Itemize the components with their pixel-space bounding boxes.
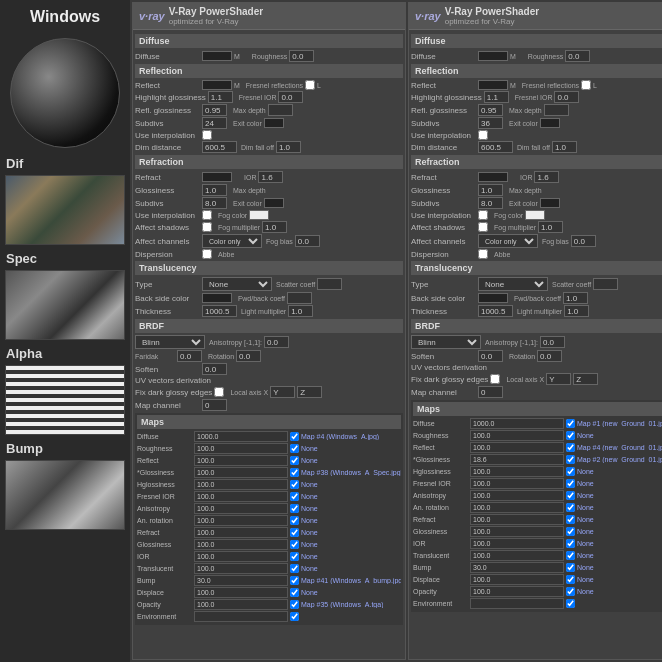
map-val-5[interactable]: [194, 491, 288, 502]
p2-map-val-9[interactable]: [470, 526, 564, 537]
panel2-refract-swatch[interactable]: [478, 172, 508, 182]
panel1-thickness-input[interactable]: [202, 305, 237, 317]
panel1-useinterp-check[interactable]: [202, 130, 212, 140]
panel2-exitcolor-swatch[interactable]: [540, 118, 560, 128]
p2-map-check-7[interactable]: [566, 503, 575, 512]
panel1-rotation-input[interactable]: [236, 350, 261, 362]
panel2-rotation-input[interactable]: [537, 350, 562, 362]
panel1-hlgloss-input[interactable]: [208, 91, 233, 103]
map-check-14[interactable]: [290, 600, 299, 609]
p2-map-val-13[interactable]: [470, 574, 564, 585]
panel1-mapchan-input[interactable]: [202, 399, 227, 411]
panel1-refract-swatch[interactable]: [202, 172, 232, 182]
p2-map-val-8[interactable]: [470, 514, 564, 525]
p2-map-val-7[interactable]: [470, 502, 564, 513]
panel1-localaxis-z-input[interactable]: [297, 386, 322, 398]
panel2-fresnelior-input[interactable]: [554, 91, 579, 103]
panel1-fixedges-check[interactable]: [214, 387, 224, 397]
panel2-fogcolor-swatch[interactable]: [525, 210, 545, 220]
p2-map-check-3[interactable]: [566, 455, 575, 464]
map-check-9[interactable]: [290, 540, 299, 549]
panel2-brdf-section[interactable]: BRDF: [411, 319, 662, 333]
panel2-dimfall-input[interactable]: [552, 141, 577, 153]
p2-map-val-3[interactable]: [470, 454, 564, 465]
panel1-subdivs-input[interactable]: [202, 117, 227, 129]
p2-map-val-14[interactable]: [470, 586, 564, 597]
panel1-fresnelior-input[interactable]: [278, 91, 303, 103]
panel1-brdf-section[interactable]: BRDF: [135, 319, 403, 333]
panel1-refractexitcolor-swatch[interactable]: [264, 198, 284, 208]
panel2-reflgloss-input[interactable]: [478, 104, 503, 116]
panel1-refraction-section[interactable]: Refraction: [135, 155, 403, 169]
map-val-1[interactable]: [194, 443, 288, 454]
map-val-7[interactable]: [194, 515, 288, 526]
panel2-translucency-section[interactable]: Translucency: [411, 261, 662, 275]
panel1-brdftype-select[interactable]: Blinn: [135, 335, 205, 349]
p2-map-val-4[interactable]: [470, 466, 564, 477]
panel2-thickness-input[interactable]: [478, 305, 513, 317]
panel2-anisotropy-input[interactable]: [540, 336, 565, 348]
panel2-dispersion-check[interactable]: [478, 249, 488, 259]
p2-map-val-10[interactable]: [470, 538, 564, 549]
panel1-fwdback-input[interactable]: [287, 292, 312, 304]
panel1-fogmult-input[interactable]: [262, 221, 287, 233]
panel1-body[interactable]: Diffuse Diffuse M Roughness Reflection R…: [133, 30, 405, 659]
map-check-4[interactable]: [290, 480, 299, 489]
p2-map-val-0[interactable]: [470, 418, 564, 429]
panel2-body[interactable]: Diffuse Diffuse M Roughness Reflection R…: [409, 30, 662, 659]
panel2-scattercoeff-input[interactable]: [593, 278, 618, 290]
panel1-transtype-select[interactable]: None: [202, 277, 272, 291]
panel1-dimdist-input[interactable]: [202, 141, 237, 153]
panel1-faridak-input[interactable]: [177, 350, 202, 362]
panel1-maxdepth-input[interactable]: [268, 104, 293, 116]
panel1-dimfall-input[interactable]: [276, 141, 301, 153]
p2-map-val-5[interactable]: [470, 478, 564, 489]
map-val-15[interactable]: [194, 611, 288, 622]
panel1-soften-input[interactable]: [202, 363, 227, 375]
panel2-refractsubdivs-input[interactable]: [478, 197, 503, 209]
p2-map-val-12[interactable]: [470, 562, 564, 573]
map-val-8[interactable]: [194, 527, 288, 538]
panel2-transtype-select[interactable]: None: [478, 277, 548, 291]
p2-map-check-2[interactable]: [566, 443, 575, 452]
map-check-15[interactable]: [290, 612, 299, 621]
p2-map-val-2[interactable]: [470, 442, 564, 453]
panel2-refractgloss-input[interactable]: [478, 184, 503, 196]
panel1-refractuseinterp-check[interactable]: [202, 210, 212, 220]
panel1-roughness-input[interactable]: [289, 50, 314, 62]
map-check-7[interactable]: [290, 516, 299, 525]
panel2-hlgloss-input[interactable]: [484, 91, 509, 103]
p2-map-val-6[interactable]: [470, 490, 564, 501]
panel2-ior-input[interactable]: [534, 171, 559, 183]
panel2-fogbias-input[interactable]: [571, 235, 596, 247]
panel2-localaxis-input[interactable]: [546, 373, 571, 385]
map-check-13[interactable]: [290, 588, 299, 597]
panel2-diffuse-swatch[interactable]: [478, 51, 508, 61]
panel1-dispersion-check[interactable]: [202, 249, 212, 259]
p2-map-check-5[interactable]: [566, 479, 575, 488]
panel2-fixedges-check[interactable]: [490, 374, 500, 384]
map-val-9[interactable]: [194, 539, 288, 550]
map-val-10[interactable]: [194, 551, 288, 562]
panel1-refractsubdivs-input[interactable]: [202, 197, 227, 209]
p2-map-check-4[interactable]: [566, 467, 575, 476]
map-check-11[interactable]: [290, 564, 299, 573]
panel2-soften-input[interactable]: [478, 350, 503, 362]
map-check-0[interactable]: [290, 432, 299, 441]
map-val-14[interactable]: [194, 599, 288, 610]
map-check-5[interactable]: [290, 492, 299, 501]
p2-map-check-13[interactable]: [566, 575, 575, 584]
panel1-translucency-section[interactable]: Translucency: [135, 261, 403, 275]
panel2-roughness-input[interactable]: [565, 50, 590, 62]
panel1-localaxis-input[interactable]: [270, 386, 295, 398]
p2-map-check-0[interactable]: [566, 419, 575, 428]
panel2-subdivs-input[interactable]: [478, 117, 503, 129]
map-val-3[interactable]: [194, 467, 288, 478]
map-val-6[interactable]: [194, 503, 288, 514]
map-check-10[interactable]: [290, 552, 299, 561]
p2-map-val-1[interactable]: [470, 430, 564, 441]
p2-map-val-11[interactable]: [470, 550, 564, 561]
panel2-brdftype-select[interactable]: Blinn: [411, 335, 481, 349]
map-val-11[interactable]: [194, 563, 288, 574]
panel1-maps-header[interactable]: Maps: [137, 415, 401, 429]
